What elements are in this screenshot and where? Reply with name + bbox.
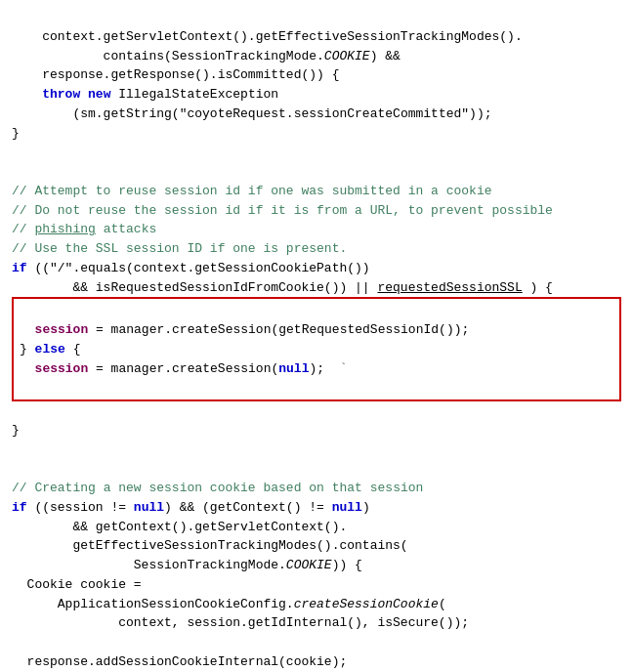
- comment-3: // phishing attacks: [12, 222, 156, 236]
- code-block-after: } // Creating a new session cookie based…: [12, 401, 621, 672]
- line-5: (sm.getString("coyoteRequest.sessionCrea…: [12, 106, 492, 121]
- line-3: response.getResponse().isCommitted()) {: [12, 67, 339, 82]
- code-block-inner: session = manager.createSession(getReque…: [20, 301, 613, 398]
- blank-line-3: [12, 635, 20, 650]
- line-1: context.getServletContext().getEffective…: [12, 29, 523, 44]
- session-line-1: session = manager.createSession(getReque…: [20, 322, 469, 337]
- line-if6: SessionTrackingMode.COOKIE)) {: [12, 558, 362, 572]
- line-2: contains(SessionTrackingMode.COOKIE) &&: [12, 49, 401, 63]
- line-context: context, session.getIdInternal(), isSecu…: [12, 615, 469, 630]
- line-response: response.addSessionCookieInternal(cookie…: [12, 654, 347, 669]
- session-line-2: session = manager.createSession(null); `: [20, 361, 348, 376]
- line-4: throw new IllegalStateException: [12, 87, 278, 102]
- else-line: } else {: [20, 342, 80, 357]
- red-highlighted-block: session = manager.createSession(getReque…: [12, 297, 621, 401]
- line-if3: if ((session != null) && (getContext() !…: [12, 500, 370, 515]
- red-box-container: session = manager.createSession(getReque…: [12, 297, 621, 401]
- comment-2: // Do not reuse the session id if it is …: [12, 203, 553, 218]
- line-6: }: [12, 126, 20, 141]
- close-brace-1: }: [12, 423, 20, 438]
- line-if5: getEffectiveSessionTrackingModes().conta…: [12, 538, 408, 553]
- line-if2: && isRequestedSessionIdFromCookie()) || …: [12, 280, 553, 295]
- blank-line-1: [12, 164, 20, 179]
- comment-creating: // Creating a new session cookie based o…: [12, 481, 423, 495]
- line-cookie: Cookie cookie =: [12, 577, 142, 592]
- line-if1: if (("/".equals(context.getSessionCookie…: [12, 261, 370, 275]
- code-container: context.getServletContext().getEffective…: [12, 8, 621, 297]
- comment-1: // Attempt to reuse session id if one wa…: [12, 184, 491, 198]
- comment-4: // Use the SSL session ID if one is pres…: [12, 241, 347, 256]
- line-if4: && getContext().getServletContext().: [12, 520, 347, 534]
- blank-line-2: [12, 461, 20, 476]
- line-app: ApplicationSessionCookieConfig.createSes…: [12, 597, 446, 611]
